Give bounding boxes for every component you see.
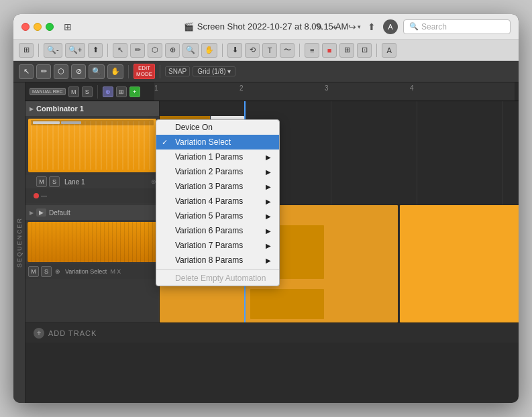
separator4: [299, 44, 300, 57]
menu-item-variation-2-params[interactable]: Variation 2 Params▶: [156, 164, 279, 179]
add-track-label[interactable]: ADD TRACK: [48, 329, 97, 337]
toolbar-lines-btn[interactable]: ≡: [305, 43, 319, 58]
default-track-name: Default: [49, 209, 70, 217]
combinator-thumbnail-inner: [31, 121, 154, 170]
toolbar-plus-btn[interactable]: ⊕: [165, 43, 180, 58]
submenu-arrow-icon: ▶: [266, 213, 271, 220]
toolbar-pencil-btn[interactable]: ✏: [130, 43, 145, 58]
menu-item-variation-5-params[interactable]: Variation 5 Params▶: [156, 208, 279, 223]
mx-label: M X: [110, 268, 121, 275]
submenu-arrow-icon: ▶: [266, 242, 271, 249]
variation-sub-block-2[interactable]: [250, 289, 324, 319]
s-button[interactable]: S: [82, 86, 93, 97]
piano-roll-btn[interactable]: ⊞: [116, 86, 127, 97]
ruler-mark-1: 1: [154, 84, 158, 92]
toolbar-hex-btn[interactable]: ⬡: [148, 43, 162, 58]
toolbar-text-btn[interactable]: T: [262, 43, 277, 58]
m-button[interactable]: M: [68, 86, 79, 97]
menu-item-label: Device On: [175, 123, 213, 132]
share-icon[interactable]: ⬆: [366, 21, 378, 33]
toolbar-grid-btn[interactable]: ⊡: [357, 43, 372, 58]
toolbar2-zoom-btn[interactable]: 🔍: [89, 64, 105, 79]
default-s-btn[interactable]: S: [41, 266, 52, 277]
toolbar-zoom-out-btn[interactable]: 🔍-: [44, 43, 62, 58]
edit-mode-button[interactable]: EDITMODE: [134, 64, 155, 80]
expand-icon[interactable]: ▶: [30, 106, 34, 112]
submenu-arrow-icon: ▶: [266, 257, 271, 264]
window-icon[interactable]: ⊞: [62, 21, 74, 33]
manual-rec-button[interactable]: MANUAL REC: [30, 88, 66, 95]
default-thumbnail: [28, 222, 157, 262]
menu-item-label: Variation 8 Params: [175, 255, 243, 265]
chevron-down-icon: ▾: [227, 68, 231, 75]
toolbar-select-btn[interactable]: ↖: [113, 43, 127, 58]
combinator-sublane: M S Lane 1 ⊛ —: [25, 175, 159, 207]
default-expand-icon[interactable]: ▶: [30, 210, 34, 216]
sub-m-btn[interactable]: M: [36, 176, 47, 187]
sep-t2: [128, 65, 129, 78]
dropdown-menu: Device On✓Variation SelectVariation 1 Pa…: [156, 119, 280, 286]
aarrow-icon[interactable]: A: [383, 19, 398, 34]
toolbar-zoom-in-btn[interactable]: 🔍+: [65, 43, 85, 58]
separator3: [222, 44, 223, 57]
automation-mode-btn[interactable]: ⊛: [103, 86, 113, 97]
toolbar-font-btn[interactable]: A: [382, 43, 396, 58]
menu-item-variation-6-params[interactable]: Variation 6 Params▶: [156, 223, 279, 238]
menu-item-label: Variation 5 Params: [175, 211, 243, 221]
toolbar-red-square-btn[interactable]: ■: [322, 43, 337, 58]
ruler-mark-2: 2: [240, 84, 244, 92]
toolbar-arrow-down-btn[interactable]: ⬇: [227, 43, 242, 58]
separator2: [107, 44, 108, 57]
combinator-info-panel: ▶ Combinator 1: [25, 101, 160, 205]
minimize-button[interactable]: [34, 23, 42, 31]
grid-dropdown[interactable]: Grid (1/8) ▾: [193, 66, 235, 76]
toolbar-hand-btn[interactable]: ✋: [201, 43, 217, 58]
add-track-icon[interactable]: +: [34, 328, 44, 339]
sidebar-label: SEQUENCER: [16, 217, 23, 267]
search-input[interactable]: 🔍 Search: [403, 19, 511, 34]
menu-item-label: Variation 6 Params: [175, 226, 243, 235]
separator5: [376, 44, 377, 57]
menu-item-label: Variation 3 Params: [175, 182, 243, 191]
toolbar2-select-btn[interactable]: ↖: [19, 64, 34, 79]
toolbar-search-btn[interactable]: 🔍: [182, 43, 199, 58]
menu-item-variation-4-params[interactable]: Variation 4 Params▶: [156, 194, 279, 208]
redo-icon[interactable]: ↪ ▾: [348, 21, 360, 33]
ruler-mark-3: 3: [325, 84, 329, 92]
menu-item-variation-3-params[interactable]: Variation 3 Params▶: [156, 179, 279, 194]
sub-s-btn[interactable]: S: [49, 176, 60, 187]
variation-row: M S ⊛ Variation Select M X: [25, 264, 159, 279]
menu-item-variation-1-params[interactable]: Variation 1 Params▶: [156, 150, 279, 164]
toolbar2-magic-btn[interactable]: ⬡: [54, 64, 68, 79]
default-m-btn[interactable]: M: [28, 266, 39, 277]
play-btn[interactable]: ▶: [36, 208, 46, 217]
toolbar1: ⊞ 🔍- 🔍+ ⬆ ↖ ✏ ⬡ ⊕ 🔍 ✋ ⬇ ⟲ T 〜 ≡ ■ ⊞ ⊡ A: [13, 40, 519, 61]
sub-lane-label: —: [41, 192, 47, 199]
titlebar-left-icons: ⊞: [62, 21, 74, 33]
toolbar2-pencil-btn[interactable]: ✏: [36, 64, 51, 79]
menu-item-variation-7-params[interactable]: Variation 7 Params▶: [156, 238, 279, 253]
submenu-arrow-icon: ▶: [266, 227, 271, 235]
toolbar-windows-btn[interactable]: ⊞: [19, 43, 34, 58]
record-indicator: [34, 193, 39, 198]
sub-controls: —: [25, 188, 159, 203]
combinator-header: ▶ Combinator 1: [25, 101, 159, 116]
separator1: [38, 44, 39, 57]
add-lane-btn[interactable]: +: [129, 86, 140, 97]
ruler-mark-4: 4: [410, 84, 414, 92]
maximize-button[interactable]: [46, 23, 54, 31]
close-button[interactable]: [21, 23, 30, 31]
toolbar-share-btn[interactable]: ⬆: [88, 43, 103, 58]
menu-item-device-on[interactable]: Device On: [156, 120, 279, 135]
toolbar2-eraser-btn[interactable]: ⊘: [71, 64, 86, 79]
toolbar2-hand-btn[interactable]: ✋: [107, 64, 123, 79]
variation-block-2[interactable]: [400, 205, 519, 322]
menu-item-variation-8-params[interactable]: Variation 8 Params▶: [156, 253, 279, 267]
menu-item-variation-select[interactable]: ✓Variation Select: [156, 135, 279, 150]
submenu-arrow-icon: ▶: [266, 168, 271, 176]
toolbar-square-btn[interactable]: ⊞: [339, 43, 354, 58]
menu-item-label: Variation 7 Params: [175, 241, 243, 250]
toolbar-wave-btn[interactable]: 〜: [280, 43, 295, 58]
toolbar-transform-btn[interactable]: ⟲: [245, 43, 260, 58]
sub-track-name-row: M S Lane 1 ⊛: [25, 175, 159, 188]
